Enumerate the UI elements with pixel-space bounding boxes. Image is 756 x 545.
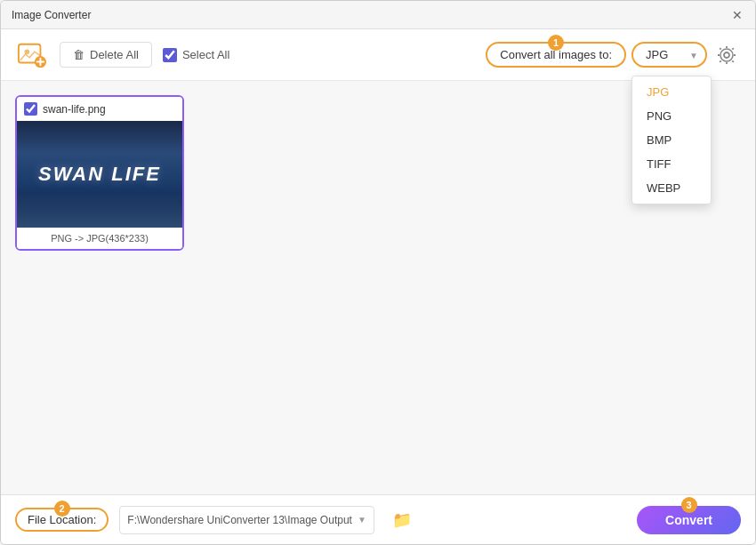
thumbnail-text: SWAN LIFE bbox=[38, 163, 161, 186]
dropdown-item-tiff[interactable]: TIFF bbox=[632, 152, 711, 176]
convert-button[interactable]: 3 Convert bbox=[637, 506, 741, 534]
format-select-wrapper: JPG PNG BMP TIFF WEBP ▼ JPG PNG BMP TIFF… bbox=[631, 42, 707, 68]
close-button[interactable]: ✕ bbox=[730, 8, 744, 22]
badge-1: 1 bbox=[548, 35, 564, 51]
image-card-footer: PNG -> JPG(436*233) bbox=[17, 228, 182, 249]
thumbnail-reflection bbox=[17, 192, 182, 228]
delete-all-button[interactable]: 🗑 Delete All bbox=[60, 42, 152, 68]
svg-point-5 bbox=[724, 52, 729, 58]
svg-point-6 bbox=[720, 49, 733, 61]
select-all-label[interactable]: Select All bbox=[163, 48, 229, 62]
format-select[interactable]: JPG PNG BMP TIFF WEBP bbox=[631, 42, 707, 68]
image-card: swan-life.png SWAN LIFE PNG -> JPG(436*2… bbox=[15, 95, 184, 251]
card-checkbox[interactable] bbox=[24, 102, 37, 116]
convert-all-label-wrap: 1 Convert all images to: bbox=[486, 42, 626, 68]
title-bar: Image Converter ✕ bbox=[1, 1, 755, 29]
window-title: Image Converter bbox=[12, 9, 91, 21]
footer-bar: 2 File Location: F:\Wondershare UniConve… bbox=[1, 494, 755, 544]
convert-label: Convert bbox=[665, 513, 712, 527]
browse-folder-button[interactable]: 📁 bbox=[392, 510, 412, 530]
dropdown-item-jpg[interactable]: JPG bbox=[632, 80, 711, 104]
card-filename: swan-life.png bbox=[43, 103, 106, 116]
app-window: Image Converter ✕ 🗑 Delete All Select Al… bbox=[0, 0, 756, 545]
select-all-checkbox[interactable] bbox=[163, 48, 177, 62]
badge-3: 3 bbox=[681, 497, 697, 513]
dropdown-item-png[interactable]: PNG bbox=[632, 104, 711, 128]
file-path-wrapper[interactable]: F:\Wondershare UniConverter 13\Image Out… bbox=[119, 506, 374, 534]
file-location-label: 2 File Location: bbox=[15, 508, 109, 532]
image-thumbnail: SWAN LIFE bbox=[17, 121, 182, 228]
toolbar: 🗑 Delete All Select All 1 Convert all im… bbox=[1, 29, 755, 81]
trash-icon: 🗑 bbox=[73, 48, 84, 61]
image-card-header: swan-life.png bbox=[17, 97, 182, 121]
file-path-arrow-icon: ▼ bbox=[358, 515, 366, 525]
dropdown-item-webp[interactable]: WEBP bbox=[632, 176, 711, 200]
add-image-button[interactable] bbox=[15, 38, 49, 72]
conversion-info: PNG -> JPG(436*233) bbox=[51, 233, 149, 244]
settings-button[interactable] bbox=[712, 41, 741, 69]
convert-all-area: 1 Convert all images to: JPG PNG BMP TIF… bbox=[486, 41, 741, 69]
badge-2: 2 bbox=[54, 501, 70, 517]
file-path-text: F:\Wondershare UniConverter 13\Image Out… bbox=[127, 514, 352, 526]
delete-all-label: Delete All bbox=[90, 48, 139, 61]
format-dropdown: JPG PNG BMP TIFF WEBP bbox=[631, 76, 712, 204]
dropdown-item-bmp[interactable]: BMP bbox=[632, 128, 711, 152]
select-all-text: Select All bbox=[182, 48, 229, 61]
